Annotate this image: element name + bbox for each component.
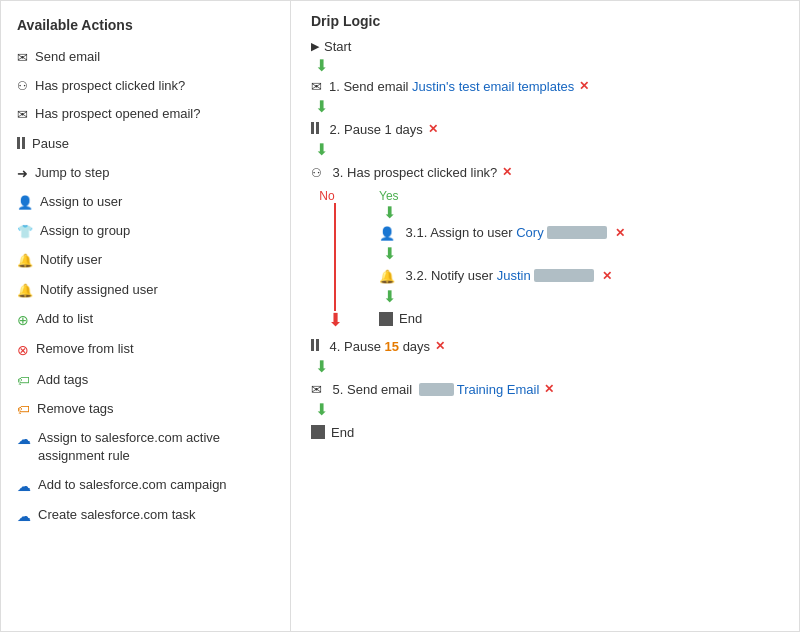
step3-1-delete[interactable]: ✕ (615, 226, 625, 240)
red-arrow-down: ⬇ (328, 311, 343, 329)
step4-label: 4. Pause (326, 339, 385, 354)
drip-step-3: ⚇ 3. Has prospect clicked link? ✕ No ⬇ Y… (311, 162, 779, 330)
step5-blurred (419, 383, 454, 396)
step5-label: 5. Send email (329, 382, 416, 397)
step4-pause-icon (311, 339, 319, 354)
sidebar-item-label: Remove tags (37, 400, 114, 418)
sidebar-item-add-to-list[interactable]: ⊕ Add to list (1, 305, 290, 336)
yes-branch: Yes ⬇ 👤 3.1. Assign to user Cory ✕ ⬇ (379, 187, 625, 330)
step3-1-link[interactable]: Cory (516, 225, 543, 240)
drip-step-2: 2. Pause 1 days ✕ ⬇ (311, 118, 779, 159)
sidebar-item-pause[interactable]: Pause (1, 130, 290, 159)
step1-link[interactable]: Justin's test email templates (412, 79, 574, 94)
add-list-icon: ⊕ (17, 311, 29, 331)
sidebar-item-notify-assigned-user[interactable]: 🔔 Notify assigned user (1, 276, 290, 305)
step3-2-bell-icon: 🔔 (379, 269, 395, 284)
sidebar-item-label: Assign to group (40, 222, 130, 240)
sidebar-item-has-prospect-opened[interactable]: ✉ Has prospect opened email? (1, 100, 290, 129)
sidebar-item-label: Add to salesforce.com campaign (38, 476, 227, 494)
no-label: No (319, 187, 334, 203)
sidebar-item-label: Create salesforce.com task (38, 506, 196, 524)
sidebar-item-send-email[interactable]: ✉ Send email (1, 43, 290, 72)
end-block-icon-2 (311, 425, 325, 439)
tag-remove-icon: 🏷 (17, 401, 30, 419)
sidebar-item-assign-to-user[interactable]: 👤 Assign to user (1, 188, 290, 217)
sidebar-item-notify-user[interactable]: 🔔 Notify user (1, 246, 290, 275)
sidebar-header: Available Actions (1, 13, 290, 43)
step2-delete[interactable]: ✕ (428, 122, 438, 136)
step-3-2-row: 🔔 3.2. Notify user Justin ✕ (379, 265, 625, 287)
arrow-yes-start: ⬇ (383, 203, 625, 222)
step-4-row: 4. Pause 15 days ✕ (311, 335, 779, 357)
step2-pause-icon (311, 122, 319, 137)
step3-delete[interactable]: ✕ (502, 165, 512, 179)
step3-2-delete[interactable]: ✕ (602, 269, 612, 283)
arrow-after-step3-1: ⬇ (383, 244, 625, 263)
salesforce-icon-1: ☁ (17, 430, 31, 450)
step3-1-blurred (547, 226, 607, 239)
sidebar-item-create-salesforce-task[interactable]: ☁ Create salesforce.com task (1, 501, 290, 532)
drip-step-1: ✉ 1. Send email Justin's test email temp… (311, 75, 779, 116)
drip-step-3-1: 👤 3.1. Assign to user Cory ✕ ⬇ (379, 222, 625, 263)
sidebar-item-jump-to-step[interactable]: ➜ Jump to step (1, 159, 290, 188)
arrow-after-step2: ⬇ (315, 140, 779, 159)
arrow-after-step1: ⬇ (315, 97, 779, 116)
remove-list-icon: ⊗ (17, 341, 29, 361)
sidebar-item-label: Notify user (40, 251, 102, 269)
sidebar-item-remove-from-list[interactable]: ⊗ Remove from list (1, 335, 290, 366)
sidebar-item-label: Assign to salesforce.com active assignme… (38, 429, 274, 465)
red-vertical-line (334, 203, 336, 312)
email-open-icon: ✉ (17, 106, 28, 124)
final-end: End (311, 422, 779, 443)
sidebar-item-assign-salesforce[interactable]: ☁ Assign to salesforce.com active assign… (1, 424, 290, 470)
salesforce-icon-3: ☁ (17, 507, 31, 527)
sidebar-item-has-prospect-clicked[interactable]: ⚇ Has prospect clicked link? (1, 72, 290, 100)
step1-label: 1. Send email (329, 79, 412, 94)
email-icon: ✉ (17, 49, 28, 67)
step3-2-label: 3.2. Notify user (402, 268, 497, 283)
step5-delete[interactable]: ✕ (544, 382, 554, 396)
step-5-row: ✉ 5. Send email Training Email ✕ (311, 378, 779, 400)
step2-label: 2. Pause 1 days (326, 122, 423, 137)
step-3-row: ⚇ 3. Has prospect clicked link? ✕ (311, 162, 779, 183)
step4-value: 15 (385, 339, 399, 354)
sidebar-item-label: Remove from list (36, 340, 134, 358)
step1-delete[interactable]: ✕ (579, 79, 589, 93)
sidebar-item-add-salesforce-campaign[interactable]: ☁ Add to salesforce.com campaign (1, 471, 290, 502)
sidebar-item-label: Notify assigned user (40, 281, 158, 299)
user-icon: 👤 (17, 194, 33, 212)
sidebar-item-assign-to-group[interactable]: 👕 Assign to group (1, 217, 290, 246)
step-3-1-row: 👤 3.1. Assign to user Cory ✕ (379, 222, 625, 244)
step3-2-link[interactable]: Justin (497, 268, 531, 283)
branch-container: No ⬇ Yes ⬇ 👤 3.1. Assign to user Cory (315, 187, 779, 330)
drip-logic-header: Drip Logic (311, 13, 779, 39)
sidebar-item-remove-tags[interactable]: 🏷 Remove tags (1, 395, 290, 424)
step3-1-user-icon: 👤 (379, 226, 395, 241)
arrow-after-step5: ⬇ (315, 400, 779, 419)
bell-assigned-icon: 🔔 (17, 282, 33, 300)
step1-email-icon: ✉ (311, 79, 322, 94)
salesforce-icon-2: ☁ (17, 477, 31, 497)
sidebar-item-label: Add to list (36, 310, 93, 328)
step-2-row: 2. Pause 1 days ✕ (311, 118, 779, 140)
arrow-after-step4: ⬇ (315, 357, 779, 376)
sidebar-item-label: Add tags (37, 371, 88, 389)
sidebar-item-label: Has prospect clicked link? (35, 77, 185, 95)
step4-delete[interactable]: ✕ (435, 339, 445, 353)
drip-logic-panel: Drip Logic ▶ Start ⬇ ✉ 1. Send email Jus… (291, 1, 799, 631)
drip-start: ▶ Start (311, 39, 779, 54)
step-1-row: ✉ 1. Send email Justin's test email temp… (311, 75, 779, 97)
sidebar-item-label: Assign to user (40, 193, 122, 211)
step3-2-blurred (534, 269, 594, 282)
arrow-after-step3-2: ⬇ (383, 287, 625, 306)
sidebar-item-add-tags[interactable]: 🏷 Add tags (1, 366, 290, 395)
play-icon: ▶ (311, 40, 319, 53)
step5-link[interactable]: Training Email (457, 382, 540, 397)
yes-branch-end: End (379, 308, 625, 329)
drip-step-4: 4. Pause 15 days ✕ ⬇ (311, 335, 779, 376)
group-icon: 👕 (17, 223, 33, 241)
step4-value-suffix: days (399, 339, 430, 354)
drip-step-5: ✉ 5. Send email Training Email ✕ ⬇ (311, 378, 779, 419)
step3-link-icon: ⚇ (311, 166, 322, 180)
no-branch: No ⬇ (315, 187, 355, 330)
